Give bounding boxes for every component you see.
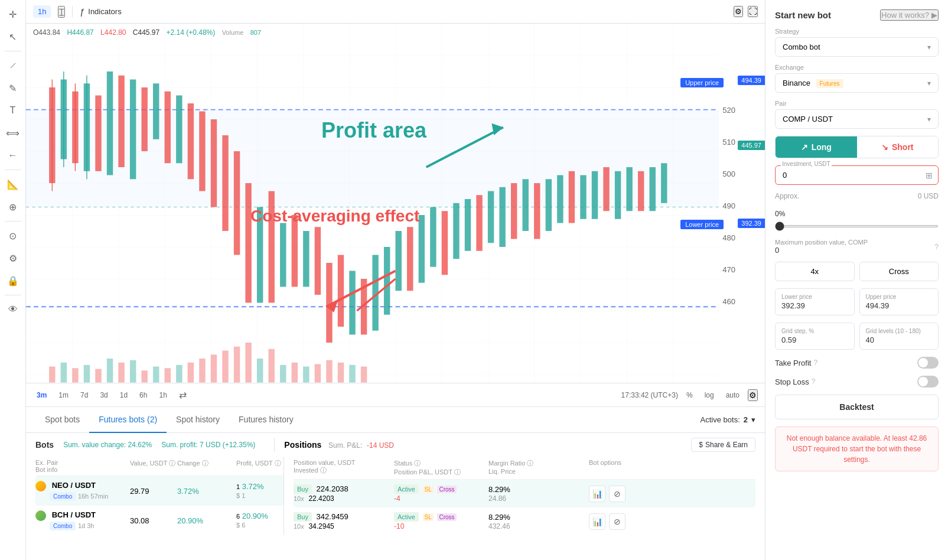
long-btn[interactable]: ↗ Long bbox=[776, 136, 857, 158]
approx-row: Approx. 0 USD bbox=[775, 192, 939, 200]
measure-tool[interactable]: ⟺ bbox=[4, 123, 22, 142]
zoom-tool[interactable]: ⊕ bbox=[4, 197, 22, 216]
stop-loss-toggle[interactable] bbox=[917, 376, 939, 388]
range-compare-btn[interactable]: ⇄ bbox=[175, 388, 190, 402]
share-earn-label: Share & Earn bbox=[705, 441, 748, 449]
upper-price-badge: 494.39 bbox=[738, 76, 765, 85]
eye-tool[interactable]: 👁 bbox=[4, 300, 22, 319]
chart-type-btn[interactable]: ⌶ bbox=[58, 6, 65, 18]
bch-status-badge: Active bbox=[394, 512, 419, 522]
investment-input[interactable] bbox=[775, 165, 939, 185]
toolbar-separator-1 bbox=[5, 51, 21, 51]
short-btn[interactable]: ↘ Short bbox=[857, 136, 939, 158]
tab-spot-history[interactable]: Spot history bbox=[167, 407, 229, 433]
grid-step-field[interactable]: Grid step, % 0.59 bbox=[775, 323, 855, 350]
tab-spot-bots[interactable]: Spot bots bbox=[35, 407, 89, 433]
indicators-btn[interactable]: ƒ Indicators bbox=[80, 7, 121, 17]
neo-direction-badge: Buy bbox=[294, 484, 312, 494]
settings-tool[interactable]: ⚙ bbox=[4, 249, 22, 268]
active-bots-counter[interactable]: Active bots: 2 ▾ bbox=[701, 415, 755, 424]
investment-slider[interactable] bbox=[775, 225, 939, 227]
range-3d-btn[interactable]: 3d bbox=[96, 390, 111, 401]
leverage-btn[interactable]: 4x bbox=[775, 262, 855, 281]
chart-fullscreen-btn[interactable]: ⛶ bbox=[748, 6, 758, 17]
table-row: NEO / USDT Combo 16h 57min 29.79 3.72% 1… bbox=[35, 476, 284, 506]
neo-sl-badge: SL bbox=[423, 486, 434, 493]
neo-status: Active SL Cross -4 bbox=[394, 484, 488, 503]
bch-stats-btn[interactable]: 📊 bbox=[589, 513, 605, 530]
grid-levels-field[interactable]: Grid levels (10 - 180) 40 bbox=[859, 323, 939, 350]
table-row: Buy 342.9459 10x 34.2945 Active SL Cross… bbox=[294, 507, 755, 535]
bch-liq-price: 432.46 bbox=[488, 522, 510, 530]
range-1m-btn[interactable]: 1m bbox=[55, 390, 72, 401]
chart-settings-btn[interactable]: ⚙ bbox=[734, 6, 743, 17]
positions-table-header: Position value, USDTInvested ⓘ Status ⓘP… bbox=[294, 457, 755, 480]
chart-bottom-settings-btn[interactable]: ⚙ bbox=[748, 389, 758, 401]
neo-pos-value: 224.2038 bbox=[317, 484, 348, 493]
mode-btn[interactable]: Cross bbox=[859, 262, 939, 281]
ohlc-change: +2.14 (+0.48%) bbox=[167, 28, 216, 37]
stop-loss-help-icon[interactable]: ? bbox=[812, 377, 816, 386]
svg-rect-62 bbox=[661, 163, 667, 203]
exchange-selector[interactable]: Binance Futures ▾ bbox=[775, 73, 939, 93]
trend-line-tool[interactable]: ⟋ bbox=[4, 56, 22, 75]
how-it-works-btn[interactable]: How it works? ▶ bbox=[880, 9, 939, 21]
tab-futures-history[interactable]: Futures history bbox=[229, 407, 303, 433]
upper-price-field[interactable]: Upper price 494.39 bbox=[859, 288, 939, 315]
ruler-tool[interactable]: 📐 bbox=[4, 175, 22, 194]
neo-pair-info: NEO / USDT Combo 16h 57min bbox=[35, 481, 130, 501]
svg-rect-22 bbox=[199, 112, 205, 191]
range-1h-btn[interactable]: 1h bbox=[155, 390, 170, 401]
take-profit-toggle[interactable] bbox=[917, 357, 939, 369]
auto-btn[interactable]: auto bbox=[722, 390, 743, 401]
svg-rect-14 bbox=[107, 71, 113, 175]
log-btn[interactable]: log bbox=[701, 390, 718, 401]
strategy-selector[interactable]: Combo bot ▾ bbox=[775, 37, 939, 57]
max-pos-value: 0 bbox=[775, 246, 868, 255]
svg-rect-24 bbox=[222, 135, 228, 231]
bch-margin-ratio: 8.29% bbox=[488, 513, 510, 522]
take-profit-help-icon[interactable]: ? bbox=[813, 359, 817, 367]
chart-right-controls: 17:33:42 (UTC+3) % log auto ⚙ bbox=[621, 389, 758, 401]
svg-rect-87 bbox=[118, 363, 124, 383]
range-3m-btn[interactable]: 3m bbox=[33, 390, 50, 401]
bch-leverage: 10x bbox=[294, 523, 304, 530]
range-1d-btn[interactable]: 1d bbox=[116, 390, 131, 401]
take-profit-row: Take Profit ? bbox=[775, 357, 939, 369]
tab-futures-bots[interactable]: Futures bots (2) bbox=[89, 407, 167, 433]
upper-price-field-label: Upper price bbox=[866, 294, 933, 300]
max-pos-help-icon[interactable]: ? bbox=[934, 243, 939, 251]
range-6h-btn[interactable]: 6h bbox=[136, 390, 151, 401]
cursor-tool[interactable]: ↖ bbox=[4, 27, 22, 46]
neo-stop-btn[interactable]: ⊘ bbox=[609, 486, 626, 502]
svg-rect-105 bbox=[326, 360, 332, 383]
svg-rect-16 bbox=[130, 80, 136, 180]
share-earn-btn[interactable]: $ Share & Earn bbox=[691, 438, 755, 452]
calculator-icon: ⊞ bbox=[926, 171, 933, 180]
pair-selector[interactable]: COMP / USDT ▾ bbox=[775, 109, 939, 129]
crosshair-tool[interactable]: ✛ bbox=[4, 5, 22, 24]
magnet-tool[interactable]: ⊙ bbox=[4, 226, 22, 245]
range-7d-btn[interactable]: 7d bbox=[77, 390, 92, 401]
lock-tool[interactable]: 🔒 bbox=[4, 271, 22, 290]
direction-buttons: ↗ Long ↘ Short bbox=[775, 136, 939, 158]
timeframe-1h-btn[interactable]: 1h bbox=[33, 5, 51, 18]
lower-price-chart-label: Lower price bbox=[680, 220, 724, 229]
bots-title: Bots bbox=[35, 440, 54, 450]
backtest-btn[interactable]: Backtest bbox=[775, 395, 939, 419]
neo-stats-btn[interactable]: 📊 bbox=[589, 486, 605, 502]
arrow-tool[interactable]: ← bbox=[4, 146, 22, 165]
bch-stop-btn[interactable]: ⊘ bbox=[609, 513, 626, 530]
pct-btn[interactable]: % bbox=[683, 390, 696, 401]
timestamp: 17:33:42 (UTC+3) bbox=[621, 391, 678, 399]
start-new-bot-title: Start new bot bbox=[775, 10, 831, 20]
neo-status-badge: Active bbox=[394, 484, 419, 494]
neo-mode-badge: Cross bbox=[437, 486, 456, 493]
lower-price-field[interactable]: Lower price 392.39 bbox=[775, 288, 855, 315]
text-tool[interactable]: T bbox=[4, 101, 22, 120]
table-row: BCH / USDT Combo 1d 3h 30.08 20.90% 6 20… bbox=[35, 506, 284, 535]
bots-section: Ex. PairBot info Value, USDT ⓘ Change ⓘ … bbox=[35, 457, 284, 535]
pair-value: COMP / USDT bbox=[783, 115, 833, 123]
pencil-tool[interactable]: ✎ bbox=[4, 79, 22, 97]
neo-invested: 22.4203 bbox=[308, 494, 334, 503]
